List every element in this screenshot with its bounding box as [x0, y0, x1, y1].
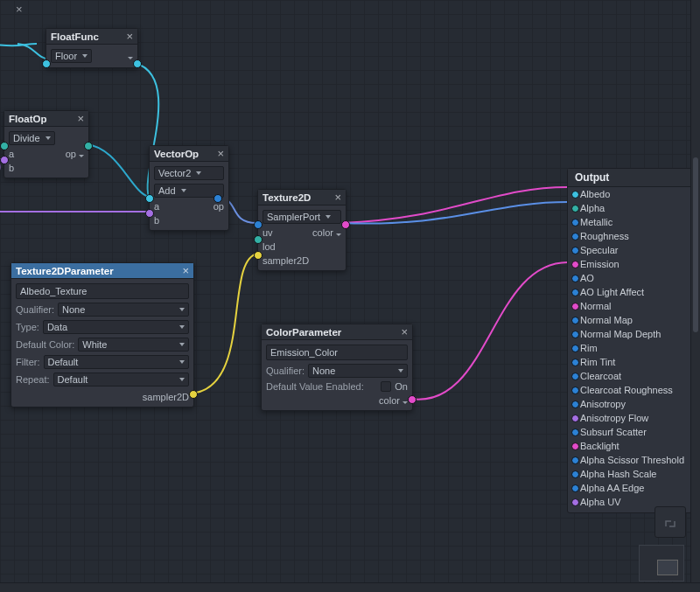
filter-dropdown[interactable]: Default: [44, 355, 190, 369]
port-out[interactable]: [133, 59, 142, 68]
port-dot[interactable]: [571, 205, 579, 212]
port-dot[interactable]: [571, 219, 579, 226]
output-port-rim-tint[interactable]: Rim Tint: [568, 355, 691, 369]
output-port-anisotropy[interactable]: Anisotropy: [568, 397, 691, 411]
close-icon[interactable]: ×: [77, 113, 84, 124]
port-dot[interactable]: [571, 456, 579, 464]
floatop-op-dropdown[interactable]: Divide: [9, 131, 55, 145]
output-port-subsurf-scatter[interactable]: Subsurf Scatter: [568, 425, 691, 439]
sampler-port-dropdown[interactable]: SamplerPort: [262, 210, 341, 224]
port-dot[interactable]: [571, 275, 579, 282]
port-dot[interactable]: [571, 373, 579, 380]
param-name-input[interactable]: [16, 283, 189, 299]
port-in[interactable]: [42, 59, 51, 68]
output-port-alpha-aa-edge[interactable]: Alpha AA Edge: [568, 481, 691, 495]
port-color-out[interactable]: [408, 395, 416, 404]
port-dot[interactable]: [571, 414, 579, 422]
port-dot[interactable]: [571, 442, 579, 450]
port-b[interactable]: [145, 209, 154, 218]
port-dot[interactable]: [571, 233, 579, 240]
node-texture2dparameter[interactable]: Texture2DParameter × Qualifier: None Typ…: [10, 262, 194, 407]
port-sampler2d-out[interactable]: [189, 390, 198, 399]
port-b[interactable]: [0, 156, 9, 164]
port-dot[interactable]: [571, 261, 579, 268]
close-icon[interactable]: ×: [401, 326, 408, 338]
port-op-out[interactable]: [214, 194, 222, 203]
vertical-scrollbar[interactable]: [690, 0, 700, 592]
output-port-rim[interactable]: Rim: [568, 341, 691, 355]
output-port-albedo[interactable]: Albedo: [568, 187, 691, 201]
port-a[interactable]: [145, 194, 154, 203]
output-port-alpha-hash-scale[interactable]: Alpha Hash Scale: [568, 467, 691, 481]
output-port-normal[interactable]: Normal: [568, 299, 691, 313]
port-op-out[interactable]: [84, 142, 93, 150]
output-port-clearcoat-roughness[interactable]: Clearcoat Roughness: [568, 383, 691, 397]
node-title-floatfunc[interactable]: FloatFunc ×: [46, 29, 137, 45]
port-uv[interactable]: [254, 220, 262, 229]
output-port-anisotropy-flow[interactable]: Anisotropy Flow: [568, 411, 691, 425]
minimap-viewport-rect[interactable]: [657, 560, 678, 575]
close-icon[interactable]: ×: [182, 265, 189, 276]
node-editor-canvas[interactable]: × FloatFunc × Floor FloatOp ×: [0, 0, 700, 592]
node-title-vectorop[interactable]: VectorOp ×: [150, 146, 228, 162]
port-dot[interactable]: [571, 247, 579, 254]
vectorop-type-dropdown[interactable]: Vector2: [154, 166, 224, 180]
output-port-backlight[interactable]: Backlight: [568, 439, 691, 453]
output-port-specular[interactable]: Specular: [568, 243, 691, 257]
node-floatop[interactable]: FloatOp × Divide a op b: [4, 110, 89, 178]
output-port-normal-map-depth[interactable]: Normal Map Depth: [568, 327, 691, 341]
default-color-dropdown[interactable]: White: [78, 338, 189, 352]
port-a[interactable]: [0, 142, 9, 150]
type-dropdown[interactable]: Data: [43, 320, 189, 334]
close-icon[interactable]: ×: [334, 192, 341, 203]
port-dot[interactable]: [571, 428, 579, 436]
port-dot[interactable]: [571, 289, 579, 296]
output-port-normal-map[interactable]: Normal Map: [568, 313, 691, 327]
output-port-label: Normal Map: [580, 315, 633, 325]
node-title-texture2dparameter[interactable]: Texture2DParameter ×: [11, 263, 193, 279]
close-icon[interactable]: ×: [16, 3, 23, 15]
qualifier-dropdown[interactable]: None: [308, 364, 408, 378]
output-port-alpha[interactable]: Alpha: [568, 201, 691, 215]
node-texture2d[interactable]: Texture2D × SamplerPort uv color lod sam…: [257, 189, 346, 271]
close-icon[interactable]: ×: [217, 148, 224, 159]
output-port-roughness[interactable]: Roughness: [568, 229, 691, 243]
output-port-ao[interactable]: AO: [568, 271, 691, 285]
port-dot[interactable]: [571, 303, 579, 310]
minimap[interactable]: [639, 545, 684, 582]
port-dot[interactable]: [571, 484, 579, 492]
port-dot[interactable]: [571, 331, 579, 338]
node-output[interactable]: Output AlbedoAlphaMetallicRoughnessSpecu…: [567, 168, 692, 513]
node-title-texture2d[interactable]: Texture2D ×: [258, 190, 346, 205]
port-dot[interactable]: [571, 387, 579, 394]
qualifier-dropdown[interactable]: None: [58, 303, 189, 317]
port-dot[interactable]: [571, 345, 579, 352]
port-dot[interactable]: [571, 470, 579, 478]
repeat-dropdown[interactable]: Default: [53, 373, 189, 387]
node-vectorop[interactable]: VectorOp × Vector2 Add a op b: [149, 145, 229, 231]
port-dot[interactable]: [571, 191, 579, 198]
node-colorparameter[interactable]: ColorParameter × Qualifier: None Default…: [261, 324, 413, 411]
output-port-emission[interactable]: Emission: [568, 257, 691, 271]
output-port-metallic[interactable]: Metallic: [568, 215, 691, 229]
port-dot[interactable]: [571, 317, 579, 324]
vertical-scrollbar-thumb[interactable]: [693, 157, 698, 332]
close-icon[interactable]: ×: [126, 31, 133, 42]
output-port-clearcoat[interactable]: Clearcoat: [568, 369, 691, 383]
horizontal-scrollbar[interactable]: [0, 582, 700, 592]
port-dot[interactable]: [571, 400, 579, 408]
port-dot[interactable]: [571, 498, 579, 506]
port-color-out[interactable]: [341, 220, 350, 229]
floatfunc-fn-dropdown[interactable]: Floor: [51, 49, 92, 63]
viewport-picker-button[interactable]: [654, 506, 686, 538]
output-port-alpha-scissor-threshold[interactable]: Alpha Scissor Threshold: [568, 453, 691, 467]
port-lod[interactable]: [254, 235, 262, 244]
node-title-floatop[interactable]: FloatOp ×: [4, 111, 88, 127]
node-floatfunc[interactable]: FloatFunc × Floor: [46, 28, 138, 68]
default-value-enabled-checkbox[interactable]: [381, 381, 391, 392]
param-name-input[interactable]: [266, 345, 408, 360]
node-title-colorparameter[interactable]: ColorParameter ×: [262, 324, 412, 340]
output-port-ao-light-affect[interactable]: AO Light Affect: [568, 285, 691, 299]
port-sampler2d[interactable]: [254, 251, 262, 260]
port-dot[interactable]: [571, 359, 579, 366]
